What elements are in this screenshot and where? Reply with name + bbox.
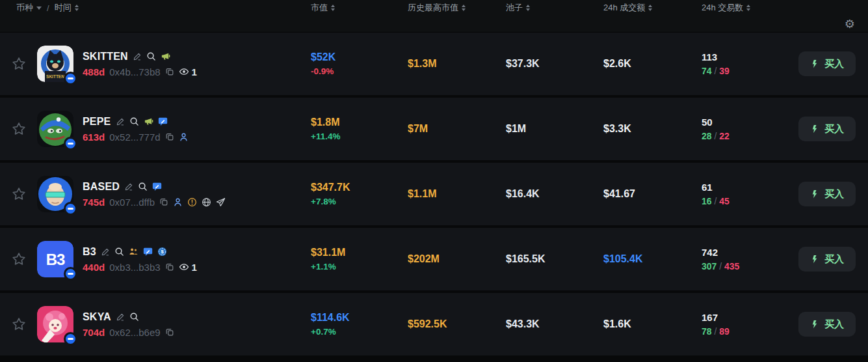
token-avatar[interactable] — [37, 176, 73, 212]
token-address-icons — [165, 327, 174, 337]
warning-icon[interactable] — [187, 197, 197, 207]
token-row[interactable]: BASED 745d 0x07...dffb $347.7K +7.8% $1.… — [0, 163, 868, 225]
ath-market-cap-value: $202M — [408, 253, 506, 265]
favorite-star-icon[interactable] — [10, 316, 27, 333]
sort-ath-market-cap[interactable]: 历史最高市值 — [408, 2, 466, 14]
change-percent: +1.1% — [311, 262, 336, 272]
sort-pool[interactable]: 池子 — [506, 2, 530, 14]
token-name[interactable]: BASED — [83, 181, 120, 193]
sort-time[interactable]: 时间 — [55, 2, 79, 14]
token-row[interactable]: SKITTEN SKITTEN 488d 0x4b...73b8 1 $52K … — [0, 33, 868, 95]
tx-count-buys: 74 — [702, 66, 712, 76]
pool-value: $165.5K — [506, 253, 603, 265]
tx-count-sells: 39 — [719, 66, 730, 76]
buy-button[interactable]: 买入 — [798, 51, 856, 76]
search-icon[interactable] — [129, 117, 139, 126]
tx-count-total: 61 — [702, 182, 713, 193]
token-age: 440d — [83, 262, 105, 273]
sort-market-cap[interactable]: 市值 — [311, 2, 335, 14]
edit-icon[interactable] — [101, 247, 110, 257]
chevron-down-icon — [36, 7, 42, 10]
tx-count-sells: 435 — [724, 261, 739, 272]
token-age: 745d — [83, 197, 105, 208]
buy-button[interactable]: 买入 — [798, 182, 856, 206]
token-address-icons — [165, 66, 189, 77]
chat-pencil-badge-icon[interactable] — [158, 117, 168, 126]
token-name[interactable]: SKYA — [83, 311, 111, 323]
copy-icon[interactable] — [165, 132, 174, 141]
favorite-star-icon[interactable] — [10, 186, 27, 202]
megaphone-icon[interactable] — [161, 51, 170, 61]
tx-count-sells: 45 — [719, 196, 730, 206]
time-col-label: 时间 — [55, 2, 72, 14]
chain-badge-icon — [64, 137, 77, 150]
copy-icon[interactable] — [165, 327, 174, 337]
tx-count-buys: 307 — [702, 261, 717, 272]
sort-volume-24h[interactable]: 24h 成交额 — [603, 2, 652, 14]
settings-gear-icon[interactable]: ⚙ — [845, 18, 855, 30]
edit-icon[interactable] — [133, 52, 142, 61]
buy-button[interactable]: 买入 — [798, 247, 856, 272]
token-name[interactable]: B3 — [83, 246, 96, 258]
sort-tx-24h[interactable]: 24h 交易数 — [702, 2, 750, 14]
token-avatar[interactable]: SKITTEN — [37, 46, 73, 82]
chat-pencil-badge-icon[interactable] — [152, 182, 162, 191]
pool-value: $37.3K — [506, 58, 603, 70]
pool-value: $43.3K — [506, 318, 603, 330]
tx-count-buys: 16 — [702, 196, 712, 206]
sort-arrows-icon — [746, 5, 750, 11]
market-cap-value: $52K — [311, 51, 335, 63]
ath-market-cap-value: $1.1M — [408, 188, 506, 200]
token-age: 704d — [83, 327, 105, 338]
token-address-icons — [159, 197, 226, 207]
token-name[interactable]: PEPE — [83, 116, 111, 128]
search-icon[interactable] — [114, 247, 124, 257]
globe-icon[interactable] — [202, 197, 211, 207]
copy-icon[interactable] — [165, 67, 174, 76]
team-icon[interactable] — [129, 247, 138, 257]
edit-icon[interactable] — [124, 182, 133, 191]
tx-count-total: 113 — [702, 51, 717, 63]
buy-button[interactable]: 买入 — [798, 312, 856, 337]
volume-24h-value: $41.67 — [603, 188, 702, 200]
chain-badge-icon — [64, 202, 77, 216]
person-icon[interactable] — [173, 197, 183, 207]
token-name[interactable]: SKITTEN — [83, 51, 128, 63]
eye-icon[interactable] — [179, 66, 189, 77]
change-percent: +7.8% — [311, 197, 336, 206]
search-icon[interactable] — [138, 182, 148, 191]
ath-market-cap-value: $7M — [408, 123, 506, 135]
megaphone-icon[interactable] — [144, 117, 153, 126]
token-row[interactable]: B3 B3 $ 440d 0xb3...b3b3 1 $31.1M +1.1% … — [0, 228, 868, 290]
token-row[interactable]: PEPE 613d 0x52...777d $1.8M +11.4% $7M $… — [0, 98, 868, 160]
token-avatar[interactable] — [37, 306, 73, 342]
copy-icon[interactable] — [165, 262, 174, 272]
copy-icon[interactable] — [159, 197, 168, 206]
favorite-star-icon[interactable] — [10, 120, 27, 137]
lightning-bolt-icon — [810, 124, 819, 133]
sort-arrows-icon — [462, 5, 466, 11]
favorite-star-icon[interactable] — [10, 251, 27, 268]
edit-icon[interactable] — [116, 117, 125, 126]
buy-button[interactable]: 买入 — [798, 117, 856, 141]
token-address: 0x62...b6e9 — [109, 327, 160, 338]
eye-icon[interactable] — [179, 262, 189, 272]
pool-col-label: 池子 — [506, 2, 523, 14]
token-avatar[interactable]: B3 — [37, 241, 73, 277]
tx-count-sells: 22 — [719, 131, 730, 141]
usdc-icon[interactable]: $ — [157, 247, 167, 257]
change-percent: +11.4% — [311, 132, 340, 141]
sort-token[interactable]: 币种 — [16, 2, 42, 14]
person-icon[interactable] — [179, 132, 189, 142]
chat-pencil-badge-icon[interactable] — [143, 247, 153, 257]
paper-plane-icon[interactable] — [216, 197, 226, 207]
search-icon[interactable] — [129, 312, 139, 322]
edit-icon[interactable] — [116, 313, 125, 322]
ath-col-label: 历史最高市值 — [408, 2, 458, 14]
favorite-star-icon[interactable] — [10, 55, 27, 72]
token-avatar[interactable] — [37, 111, 73, 147]
lightning-bolt-icon — [810, 255, 819, 264]
token-row[interactable]: SKYA 704d 0x62...b6e9 $114.6K +0.7% $592… — [0, 293, 868, 355]
search-icon[interactable] — [146, 51, 156, 61]
table-header: 币种 / 时间 市值 历史最高市值 池子 24h 成交额 — [0, 0, 868, 33]
